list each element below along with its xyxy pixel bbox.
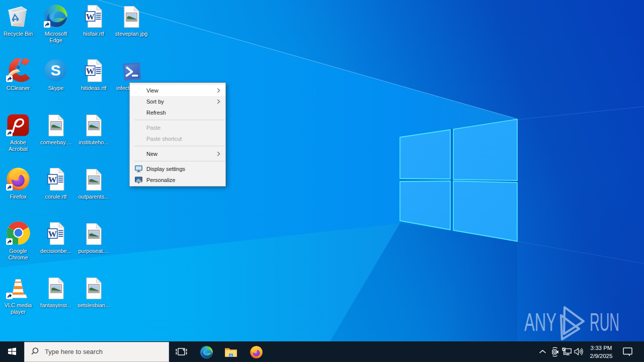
svg-text:ANY: ANY xyxy=(524,308,556,336)
svg-text:RUN: RUN xyxy=(590,308,619,336)
svg-text:S: S xyxy=(50,62,60,78)
svg-text:W: W xyxy=(86,12,95,22)
svg-text:W: W xyxy=(86,66,95,76)
svg-text:W: W xyxy=(48,229,57,239)
svg-text:W: W xyxy=(48,175,57,185)
